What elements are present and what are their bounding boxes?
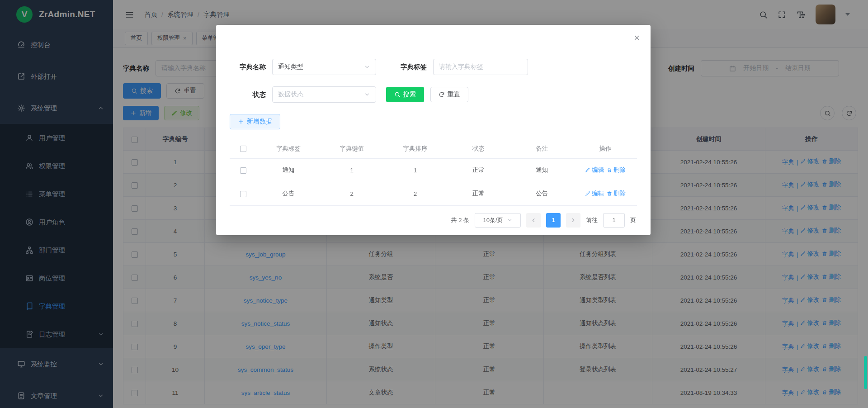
chevron-left-icon <box>530 217 537 223</box>
next-page-button[interactable] <box>566 213 580 228</box>
cell-status: 正常 <box>447 182 510 205</box>
row-checkbox[interactable] <box>240 167 246 174</box>
col-dict-value: 字典键值 <box>320 139 383 158</box>
chevron-down-icon <box>364 64 370 70</box>
modal-status-label: 状态 <box>230 90 266 99</box>
add-data-button[interactable]: 新增数据 <box>230 114 280 129</box>
modal-dict-label-placeholder: 请输入字典标签 <box>439 63 483 71</box>
modal-status-select[interactable]: 数据状态 <box>272 86 376 103</box>
cell-dict-value: 2 <box>320 182 383 205</box>
refresh-icon <box>439 91 445 98</box>
col-status: 状态 <box>447 139 510 158</box>
table-row: 公告22正常公告编辑删除 <box>230 182 637 205</box>
modal-dict-label-input[interactable]: 请输入字典标签 <box>433 59 528 75</box>
edit-link[interactable]: 编辑 <box>585 190 604 198</box>
col-dict-label: 字典标签 <box>257 139 320 158</box>
modal-filter-form: 字典名称 通知类型 字典标签 请输入字典标签 状态 数据状态 搜索 重置 <box>230 25 637 103</box>
page-size-select[interactable]: 10条/页 <box>475 213 521 228</box>
cell-status: 正常 <box>447 158 510 182</box>
select-all-checkbox[interactable] <box>240 146 246 152</box>
cell-dict-sort: 1 <box>383 158 447 182</box>
search-icon <box>394 91 401 98</box>
cell-dict-value: 1 <box>320 158 383 182</box>
cell-remark: 通知 <box>510 158 574 182</box>
modal-reset-label: 重置 <box>448 90 460 99</box>
delete-link[interactable]: 删除 <box>607 190 626 198</box>
col-dict-sort: 字典排序 <box>383 139 447 158</box>
cell-dict-label: 通知 <box>257 158 320 182</box>
dict-data-dialog: × 字典名称 通知类型 字典标签 请输入字典标签 状态 数据状态 搜索 <box>216 25 651 235</box>
modal-dict-label-label: 字典标签 <box>391 63 427 71</box>
modal-status-placeholder: 数据状态 <box>278 90 303 99</box>
modal-table-header-row: 字典标签 字典键值 字典排序 状态 备注 操作 <box>230 139 637 158</box>
goto-label: 前往 <box>586 216 598 224</box>
cell-remark: 公告 <box>510 182 574 205</box>
modal-dict-name-select[interactable]: 通知类型 <box>272 59 376 75</box>
current-page[interactable]: 1 <box>546 213 561 228</box>
prev-page-button[interactable] <box>526 213 541 228</box>
total-count: 共 2 条 <box>451 216 469 224</box>
delete-link[interactable]: 删除 <box>607 166 626 174</box>
chevron-down-icon <box>507 217 513 223</box>
table-row: 通知11正常通知编辑删除 <box>230 158 637 182</box>
chevron-down-icon <box>364 91 370 98</box>
cell-dict-sort: 2 <box>383 182 447 205</box>
col-remark: 备注 <box>510 139 574 158</box>
cell-dict-label: 公告 <box>257 182 320 205</box>
goto-page-input[interactable] <box>603 213 625 228</box>
edit-link[interactable]: 编辑 <box>585 166 604 174</box>
page-suffix: 页 <box>630 216 636 224</box>
close-icon[interactable]: × <box>634 33 640 43</box>
pagination: 共 2 条 10条/页 1 前往 页 <box>230 213 637 228</box>
plus-icon <box>238 119 244 125</box>
row-checkbox[interactable] <box>240 191 246 197</box>
dict-data-table: 字典标签 字典键值 字典排序 状态 备注 操作 通知11正常通知编辑删除公告22… <box>230 139 637 206</box>
modal-dict-name-label: 字典名称 <box>230 63 266 71</box>
chevron-right-icon <box>570 217 576 223</box>
col-operations: 操作 <box>574 139 637 158</box>
modal-search-label: 搜索 <box>403 90 416 99</box>
page-size-value: 10条/页 <box>483 216 503 224</box>
modal-dict-name-value: 通知类型 <box>278 63 303 71</box>
modal-reset-button[interactable]: 重置 <box>430 87 468 102</box>
add-data-label: 新增数据 <box>247 118 272 126</box>
modal-search-button[interactable]: 搜索 <box>386 87 424 102</box>
scrollbar-thumb[interactable] <box>864 356 867 389</box>
modal-table-body: 通知11正常通知编辑删除公告22正常公告编辑删除 <box>230 158 637 205</box>
